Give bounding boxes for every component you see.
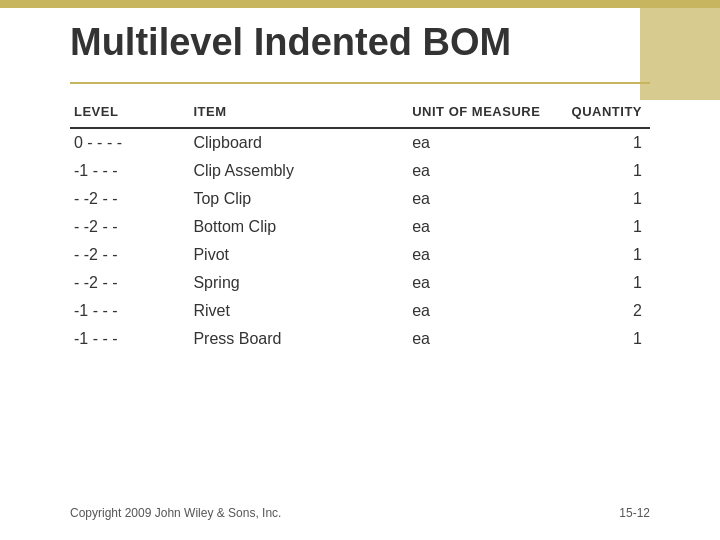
cell-uom: ea — [408, 325, 567, 353]
cell-uom: ea — [408, 241, 567, 269]
cell-item: Top Clip — [189, 185, 408, 213]
cell-item: Bottom Clip — [189, 213, 408, 241]
table-row: - -2 - -Bottom Clipea1 — [70, 213, 650, 241]
table-header-row: LEVEL ITEM UNIT OF MEASURE QUANTITY — [70, 100, 650, 128]
cell-level: -1 - - - — [70, 157, 189, 185]
cell-item: Press Board — [189, 325, 408, 353]
cell-uom: ea — [408, 128, 567, 157]
cell-level: -1 - - - — [70, 325, 189, 353]
table-row: - -2 - -Pivotea1 — [70, 241, 650, 269]
cell-level: -1 - - - — [70, 297, 189, 325]
cell-level: - -2 - - — [70, 269, 189, 297]
table-row: 0 - - - -Clipboardea1 — [70, 128, 650, 157]
table-row: -1 - - -Rivetea2 — [70, 297, 650, 325]
cell-item: Clip Assembly — [189, 157, 408, 185]
cell-quantity: 1 — [568, 185, 650, 213]
cell-uom: ea — [408, 213, 567, 241]
cell-item: Rivet — [189, 297, 408, 325]
cell-level: - -2 - - — [70, 241, 189, 269]
cell-level: 0 - - - - — [70, 128, 189, 157]
cell-quantity: 2 — [568, 297, 650, 325]
cell-level: - -2 - - — [70, 185, 189, 213]
header-quantity: QUANTITY — [568, 100, 650, 128]
cell-uom: ea — [408, 157, 567, 185]
table-row: - -2 - -Springea1 — [70, 269, 650, 297]
cell-quantity: 1 — [568, 325, 650, 353]
copyright-text: Copyright 2009 John Wiley & Sons, Inc. — [70, 506, 281, 520]
cell-quantity: 1 — [568, 157, 650, 185]
cell-uom: ea — [408, 185, 567, 213]
header-item: ITEM — [189, 100, 408, 128]
cell-uom: ea — [408, 297, 567, 325]
cell-item: Spring — [189, 269, 408, 297]
page-title: Multilevel Indented BOM — [70, 20, 650, 66]
cell-quantity: 1 — [568, 213, 650, 241]
cell-item: Pivot — [189, 241, 408, 269]
table-row: -1 - - -Clip Assemblyea1 — [70, 157, 650, 185]
table-row: -1 - - -Press Boardea1 — [70, 325, 650, 353]
cell-quantity: 1 — [568, 128, 650, 157]
slide: Multilevel Indented BOM LEVEL ITEM UNIT … — [0, 0, 720, 540]
title-divider — [70, 82, 650, 84]
cell-quantity: 1 — [568, 269, 650, 297]
cell-uom: ea — [408, 269, 567, 297]
page-number: 15-12 — [619, 506, 650, 520]
accent-block — [640, 0, 720, 100]
cell-level: - -2 - - — [70, 213, 189, 241]
top-accent-bar — [0, 0, 720, 8]
footer: Copyright 2009 John Wiley & Sons, Inc. 1… — [70, 506, 650, 520]
header-level: LEVEL — [70, 100, 189, 128]
table-row: - -2 - -Top Clipea1 — [70, 185, 650, 213]
bom-table: LEVEL ITEM UNIT OF MEASURE QUANTITY 0 - … — [70, 100, 650, 353]
title-section: Multilevel Indented BOM — [70, 20, 650, 66]
table-body: 0 - - - -Clipboardea1-1 - - -Clip Assemb… — [70, 128, 650, 353]
bom-table-section: LEVEL ITEM UNIT OF MEASURE QUANTITY 0 - … — [70, 100, 650, 353]
cell-quantity: 1 — [568, 241, 650, 269]
cell-item: Clipboard — [189, 128, 408, 157]
header-uom: UNIT OF MEASURE — [408, 100, 567, 128]
